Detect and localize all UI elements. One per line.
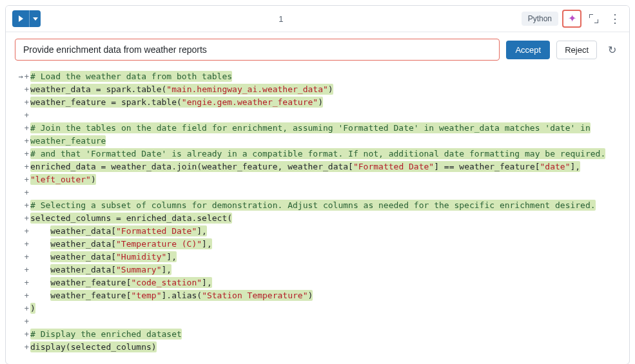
ai-prompt-input[interactable] bbox=[15, 39, 500, 61]
sparkle-icon: ✦ bbox=[568, 14, 576, 24]
refresh-icon: ↻ bbox=[608, 44, 616, 56]
code-content[interactable]: # Load the weather data from both tables… bbox=[29, 70, 623, 354]
language-selector[interactable]: Python bbox=[522, 12, 558, 26]
accept-button[interactable]: Accept bbox=[506, 41, 550, 59]
code-editor[interactable]: →++++++++++++++++++++++ # Load the weath… bbox=[6, 67, 629, 364]
run-button[interactable] bbox=[12, 10, 29, 27]
regenerate-button[interactable]: ↻ bbox=[603, 41, 620, 58]
cell-toolbar: 1 Python ✦ ⋮ bbox=[6, 6, 629, 32]
run-button-group bbox=[12, 10, 41, 27]
run-dropdown[interactable] bbox=[29, 10, 41, 27]
expand-icon bbox=[589, 14, 598, 23]
ai-assist-button[interactable]: ✦ bbox=[562, 10, 581, 28]
notebook-cell: 1 Python ✦ ⋮ Accept Reject ↻ →++++++++++… bbox=[5, 5, 630, 364]
reject-button[interactable]: Reject bbox=[556, 41, 597, 59]
ai-prompt-row: Accept Reject ↻ bbox=[6, 32, 629, 67]
code-gutter: →++++++++++++++++++++++ bbox=[12, 70, 29, 354]
expand-button[interactable] bbox=[585, 10, 602, 27]
chevron-down-icon bbox=[33, 17, 38, 21]
cell-number: 1 bbox=[44, 14, 518, 24]
more-menu-button[interactable]: ⋮ bbox=[606, 10, 623, 27]
play-icon bbox=[19, 15, 23, 22]
